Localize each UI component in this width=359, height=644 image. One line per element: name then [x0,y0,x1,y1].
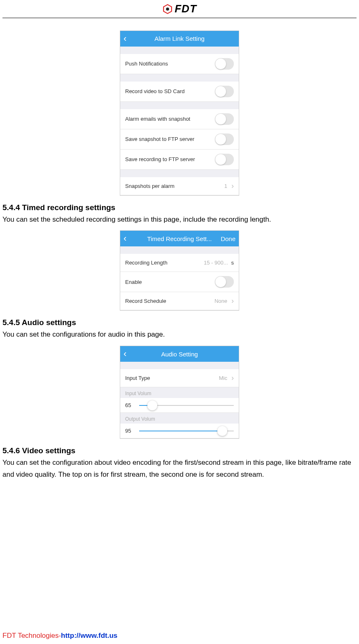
row-alarm-email: Alarm emails with snapshot [120,109,239,129]
section-input-volume: Input Volum [120,387,239,398]
slider-track[interactable] [139,405,234,406]
brand-logo: FDT [162,2,197,15]
page-header: FDT [2,0,357,18]
slider-value: 65 [125,402,135,408]
row-value: None [214,298,227,304]
screenshot-audio-setting: ‹ Audio Setting Input Type Mic › Input V… [120,346,239,439]
nav-bar: ‹ Audio Setting [120,346,239,362]
heading-545: 5.4.5 Audio settings [2,318,357,327]
footer-company: FDT Technologies- [2,632,61,639]
chevron-right-icon: › [231,182,234,190]
svg-point-1 [166,7,169,11]
row-enable: Enable [120,272,239,292]
back-icon[interactable]: ‹ [124,34,126,43]
nav-bar: ‹ Timed Recording Sett... Done [120,231,239,246]
row-label: Input Type [125,375,219,381]
row-placeholder: 15 - 900... [204,260,228,266]
row-unit: s [231,260,234,266]
hexagon-icon [162,4,173,14]
row-label: Recording Length [125,260,204,266]
brand-text: FDT [175,2,197,15]
row-label: Record Schedule [125,298,214,304]
text-546: You can set the configuration about vide… [2,457,357,481]
row-value: 1 [224,183,227,189]
heading-546: 5.4.6 Video settings [2,446,357,455]
slider-track[interactable] [139,431,234,431]
row-ftp-recording: Save recording to FTP server [120,150,239,170]
row-label: Save snapshot to FTP server [125,136,215,142]
screenshot-timed-recording: ‹ Timed Recording Sett... Done Recording… [120,230,239,311]
slider-thumb[interactable] [147,400,157,410]
row-push-notifications: Push Notifications [120,54,239,74]
nav-title: Audio Setting [120,351,239,358]
row-label: Alarm emails with snapshot [125,116,215,122]
row-label: Push Notifications [125,61,215,67]
row-recording-length[interactable]: Recording Length 15 - 900... s [120,254,239,272]
toggle-enable[interactable] [215,276,234,288]
back-icon[interactable]: ‹ [124,349,126,358]
chevron-right-icon: › [231,297,234,305]
slider-value: 95 [125,428,135,434]
footer-url[interactable]: http://www.fdt.us [61,632,117,639]
text-544: You can set the scheduled recording sett… [2,214,357,226]
row-label: Record video to SD Card [125,88,215,94]
row-record-sd: Record video to SD Card [120,82,239,102]
nav-bar: ‹ Alarm Link Setting [120,31,239,47]
row-label: Save recording to FTP server [125,156,215,162]
slider-output-volume: 95 [120,424,239,438]
row-snapshots-per-alarm[interactable]: Snapshots per alarm 1 › [120,177,239,195]
row-label: Enable [125,279,215,285]
chevron-right-icon: › [231,374,234,382]
heading-544: 5.4.4 Timed recording settings [2,203,357,212]
row-input-type[interactable]: Input Type Mic › [120,369,239,387]
toggle-ftp-snap[interactable] [215,133,234,145]
toggle-alarm-email[interactable] [215,113,234,125]
toggle-ftp-rec[interactable] [215,154,234,165]
nav-title: Alarm Link Setting [120,35,239,42]
toggle-record-sd[interactable] [215,86,234,97]
toggle-push[interactable] [215,58,234,70]
done-button[interactable]: Done [221,235,235,242]
row-record-schedule[interactable]: Record Schedule None › [120,292,239,310]
slider-thumb[interactable] [217,426,227,436]
back-icon[interactable]: ‹ [124,234,126,243]
row-label: Snapshots per alarm [125,183,224,189]
slider-input-volume: 65 [120,398,239,413]
page-footer: FDT Technologies-http://www.fdt.us [2,632,117,640]
section-output-volume: Output Volum [120,413,239,424]
row-ftp-snapshot: Save snapshot to FTP server [120,129,239,150]
row-value: Mic [219,375,227,381]
screenshot-alarm-link: ‹ Alarm Link Setting Push Notifications … [120,30,239,196]
text-545: You can set the configurations for audio… [2,329,357,341]
